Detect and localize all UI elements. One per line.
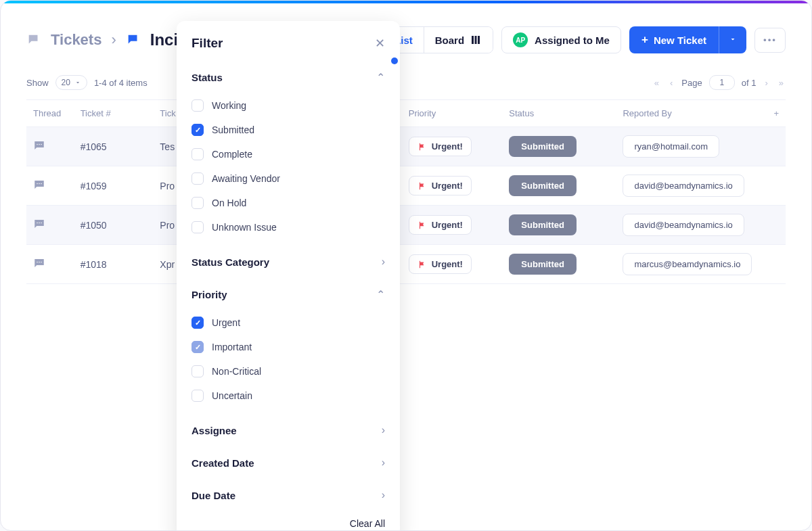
filter-option-label: Urgent xyxy=(212,317,240,328)
priority-badge[interactable]: Urgent! xyxy=(409,215,472,235)
table-row[interactable]: #1050 Pro Urgent! Submitted david@beamdy… xyxy=(26,206,786,245)
table-controls: Show 20 1-4 of 4 items « ‹ Page of 1 › » xyxy=(26,75,786,90)
priority-badge[interactable]: Urgent! xyxy=(409,254,472,274)
filter-option-status-complete[interactable]: Complete xyxy=(191,142,385,166)
page-next-button[interactable]: › xyxy=(763,76,769,90)
filter-section-created-date[interactable]: Created Date › xyxy=(191,450,385,476)
ticket-number: #1018 xyxy=(74,245,154,284)
checkbox[interactable] xyxy=(191,221,204,233)
page-last-button[interactable]: » xyxy=(777,76,786,90)
filter-section-priority[interactable]: Priority ⌃ xyxy=(191,281,385,308)
checkbox[interactable]: ✓ xyxy=(191,124,204,136)
more-icon: ••• xyxy=(763,35,777,45)
table-row[interactable]: #1065 Tes Urgent! Submitted ryan@hotmail… xyxy=(26,127,786,166)
filter-section-status-category[interactable]: Status Category › xyxy=(191,249,385,275)
svg-point-13 xyxy=(39,223,40,224)
filter-status-label: Status xyxy=(191,72,223,83)
filter-section-status[interactable]: Status ⌃ xyxy=(191,64,385,91)
reported-by[interactable]: david@beamdynamics.io xyxy=(623,175,744,197)
table-row[interactable]: #1018 Xpr Urgent! Submitted marcus@beamd… xyxy=(26,245,786,284)
filter-option-status-unknown-issue[interactable]: Unknown Issue xyxy=(191,215,385,239)
filter-option-label: Working xyxy=(212,100,246,111)
assigned-to-me-button[interactable]: AP Assigned to Me xyxy=(501,26,621,53)
svg-point-17 xyxy=(41,262,42,263)
chevron-right-icon: › xyxy=(111,31,116,49)
svg-point-11 xyxy=(41,183,42,185)
reported-by[interactable]: ryan@hotmail.com xyxy=(623,135,719,158)
filter-section-assignee[interactable]: Assignee › xyxy=(191,417,385,443)
breadcrumb-root[interactable]: Tickets xyxy=(51,31,102,49)
chevron-right-icon: › xyxy=(382,256,385,268)
checkbox[interactable] xyxy=(191,390,204,402)
assigned-label: Assigned to Me xyxy=(535,34,610,46)
filter-title: Filter xyxy=(191,36,223,51)
chevron-right-icon: › xyxy=(382,457,385,469)
clear-all-button[interactable]: Clear All xyxy=(350,518,385,529)
filter-option-priority-urgent[interactable]: ✓Urgent xyxy=(191,310,385,335)
checkbox[interactable] xyxy=(191,99,204,112)
chevron-up-icon: ⌃ xyxy=(376,71,385,84)
show-label: Show xyxy=(26,78,49,88)
filter-option-priority-important[interactable]: ✓Important xyxy=(191,335,385,359)
filter-option-priority-uncertain[interactable]: Uncertain xyxy=(191,384,385,408)
chevron-up-icon: ⌃ xyxy=(376,288,385,301)
tickets-table: Thread Ticket # Tick Priority Status Rep… xyxy=(26,99,786,284)
filter-option-label: On Hold xyxy=(212,198,246,208)
new-ticket-button[interactable]: + New Ticket xyxy=(629,26,719,53)
col-thread: Thread xyxy=(26,100,74,127)
filter-option-status-working[interactable]: Working xyxy=(191,93,385,118)
chevron-right-icon: › xyxy=(382,424,385,436)
svg-point-8 xyxy=(41,144,42,145)
show-value: 20 xyxy=(62,78,70,87)
thread-icon xyxy=(33,179,45,191)
view-board-button[interactable]: Board xyxy=(424,27,493,53)
page-prev-button[interactable]: ‹ xyxy=(668,76,675,90)
close-icon[interactable]: ✕ xyxy=(375,36,385,51)
checkbox[interactable] xyxy=(191,172,204,185)
page-input[interactable] xyxy=(709,75,735,90)
table-row[interactable]: #1059 Pro Urgent! Submitted david@beamdy… xyxy=(26,166,786,206)
view-board-label: Board xyxy=(435,34,464,46)
col-status: Status xyxy=(502,100,616,127)
checkbox[interactable] xyxy=(191,197,204,209)
checkbox[interactable] xyxy=(191,365,204,377)
thread-icon xyxy=(33,218,45,230)
status-badge[interactable]: Submitted xyxy=(509,136,577,157)
new-ticket-dropdown[interactable] xyxy=(719,26,746,53)
checkbox[interactable]: ✓ xyxy=(191,317,204,329)
priority-badge[interactable]: Urgent! xyxy=(409,137,472,156)
status-badge[interactable]: Submitted xyxy=(509,175,577,196)
avatar: AP xyxy=(513,32,528,47)
filter-option-label: Submitted xyxy=(212,124,254,135)
flag-icon xyxy=(418,181,427,191)
checkbox[interactable]: ✓ xyxy=(191,341,204,353)
more-button[interactable]: ••• xyxy=(754,28,786,53)
filter-option-label: Important xyxy=(212,342,252,352)
chevron-down-icon xyxy=(74,79,81,86)
filter-option-label: Uncertain xyxy=(212,390,252,401)
filter-option-status-submitted[interactable]: ✓Submitted xyxy=(191,118,385,142)
status-badge[interactable]: Submitted xyxy=(509,254,577,275)
status-badge[interactable]: Submitted xyxy=(509,214,577,235)
svg-point-6 xyxy=(37,144,38,145)
filter-option-priority-non-critical[interactable]: Non-Critical xyxy=(191,359,385,384)
flag-icon xyxy=(418,260,427,269)
page-first-button[interactable]: « xyxy=(652,76,661,90)
add-column-button[interactable]: + xyxy=(773,108,779,118)
ticket-number: #1065 xyxy=(74,127,154,166)
svg-rect-5 xyxy=(478,36,480,44)
priority-badge[interactable]: Urgent! xyxy=(409,176,472,195)
filter-option-status-awaiting-vendor[interactable]: Awaiting Vendor xyxy=(191,166,385,191)
reported-by[interactable]: david@beamdynamics.io xyxy=(623,214,744,236)
svg-point-12 xyxy=(37,223,38,224)
chevron-right-icon: › xyxy=(382,489,385,501)
svg-point-9 xyxy=(37,183,38,185)
page-of: of 1 xyxy=(742,78,757,88)
show-select[interactable]: 20 xyxy=(55,75,87,90)
checkbox[interactable] xyxy=(191,148,204,160)
incidents-icon xyxy=(126,32,141,47)
filter-section-due-date[interactable]: Due Date › xyxy=(191,482,385,508)
col-ticket-num: Ticket # xyxy=(74,100,154,127)
reported-by[interactable]: marcus@beamdynamics.io xyxy=(623,253,752,275)
filter-option-status-on-hold[interactable]: On Hold xyxy=(191,191,385,215)
